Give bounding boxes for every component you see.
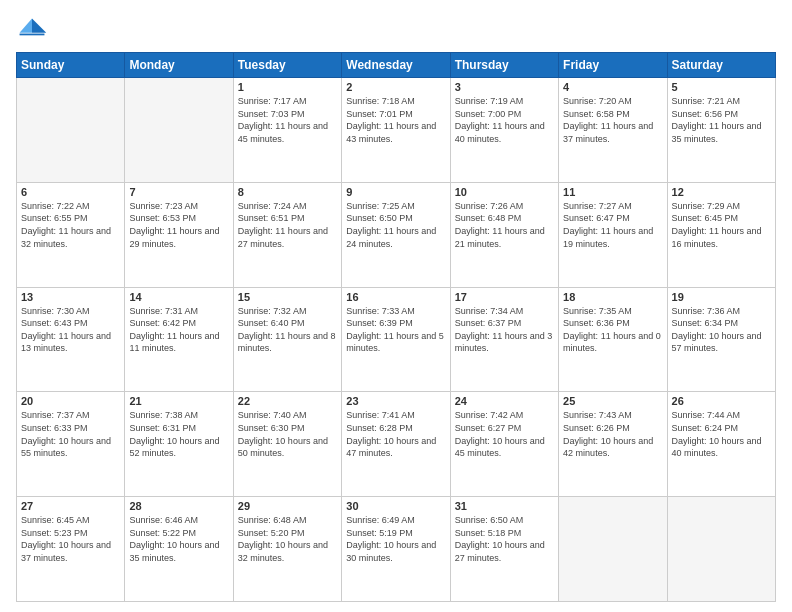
day-number: 20: [21, 395, 120, 407]
calendar-cell: 12Sunrise: 7:29 AMSunset: 6:45 PMDayligh…: [667, 182, 775, 287]
day-info: Sunrise: 7:29 AMSunset: 6:45 PMDaylight:…: [672, 200, 771, 250]
calendar-cell: [17, 78, 125, 183]
day-number: 29: [238, 500, 337, 512]
day-info: Sunrise: 7:22 AMSunset: 6:55 PMDaylight:…: [21, 200, 120, 250]
calendar-cell: 28Sunrise: 6:46 AMSunset: 5:22 PMDayligh…: [125, 497, 233, 602]
weekday-header-tuesday: Tuesday: [233, 53, 341, 78]
calendar-cell: [667, 497, 775, 602]
day-info: Sunrise: 7:35 AMSunset: 6:36 PMDaylight:…: [563, 305, 662, 355]
calendar-cell: 23Sunrise: 7:41 AMSunset: 6:28 PMDayligh…: [342, 392, 450, 497]
day-info: Sunrise: 6:49 AMSunset: 5:19 PMDaylight:…: [346, 514, 445, 564]
day-info: Sunrise: 7:33 AMSunset: 6:39 PMDaylight:…: [346, 305, 445, 355]
calendar-cell: 31Sunrise: 6:50 AMSunset: 5:18 PMDayligh…: [450, 497, 558, 602]
calendar-cell: 13Sunrise: 7:30 AMSunset: 6:43 PMDayligh…: [17, 287, 125, 392]
calendar-cell: 14Sunrise: 7:31 AMSunset: 6:42 PMDayligh…: [125, 287, 233, 392]
calendar-cell: 5Sunrise: 7:21 AMSunset: 6:56 PMDaylight…: [667, 78, 775, 183]
day-info: Sunrise: 6:50 AMSunset: 5:18 PMDaylight:…: [455, 514, 554, 564]
logo: [16, 16, 52, 44]
calendar-cell: 22Sunrise: 7:40 AMSunset: 6:30 PMDayligh…: [233, 392, 341, 497]
day-number: 13: [21, 291, 120, 303]
header: [16, 16, 776, 44]
calendar-cell: [559, 497, 667, 602]
calendar-cell: 7Sunrise: 7:23 AMSunset: 6:53 PMDaylight…: [125, 182, 233, 287]
day-number: 16: [346, 291, 445, 303]
day-number: 4: [563, 81, 662, 93]
logo-icon: [16, 16, 48, 44]
page: SundayMondayTuesdayWednesdayThursdayFrid…: [0, 0, 792, 612]
day-info: Sunrise: 7:43 AMSunset: 6:26 PMDaylight:…: [563, 409, 662, 459]
day-info: Sunrise: 7:17 AMSunset: 7:03 PMDaylight:…: [238, 95, 337, 145]
calendar-cell: 27Sunrise: 6:45 AMSunset: 5:23 PMDayligh…: [17, 497, 125, 602]
day-number: 15: [238, 291, 337, 303]
day-number: 6: [21, 186, 120, 198]
day-number: 21: [129, 395, 228, 407]
day-info: Sunrise: 7:38 AMSunset: 6:31 PMDaylight:…: [129, 409, 228, 459]
weekday-header-wednesday: Wednesday: [342, 53, 450, 78]
calendar-cell: 18Sunrise: 7:35 AMSunset: 6:36 PMDayligh…: [559, 287, 667, 392]
day-info: Sunrise: 6:48 AMSunset: 5:20 PMDaylight:…: [238, 514, 337, 564]
weekday-header-thursday: Thursday: [450, 53, 558, 78]
weekday-header-monday: Monday: [125, 53, 233, 78]
day-info: Sunrise: 7:36 AMSunset: 6:34 PMDaylight:…: [672, 305, 771, 355]
day-number: 8: [238, 186, 337, 198]
calendar-cell: 25Sunrise: 7:43 AMSunset: 6:26 PMDayligh…: [559, 392, 667, 497]
week-row-5: 27Sunrise: 6:45 AMSunset: 5:23 PMDayligh…: [17, 497, 776, 602]
day-info: Sunrise: 7:18 AMSunset: 7:01 PMDaylight:…: [346, 95, 445, 145]
calendar-cell: 10Sunrise: 7:26 AMSunset: 6:48 PMDayligh…: [450, 182, 558, 287]
calendar-cell: [125, 78, 233, 183]
week-row-1: 1Sunrise: 7:17 AMSunset: 7:03 PMDaylight…: [17, 78, 776, 183]
day-info: Sunrise: 7:26 AMSunset: 6:48 PMDaylight:…: [455, 200, 554, 250]
day-info: Sunrise: 7:21 AMSunset: 6:56 PMDaylight:…: [672, 95, 771, 145]
week-row-2: 6Sunrise: 7:22 AMSunset: 6:55 PMDaylight…: [17, 182, 776, 287]
calendar-cell: 9Sunrise: 7:25 AMSunset: 6:50 PMDaylight…: [342, 182, 450, 287]
day-info: Sunrise: 7:23 AMSunset: 6:53 PMDaylight:…: [129, 200, 228, 250]
day-number: 24: [455, 395, 554, 407]
calendar-cell: 21Sunrise: 7:38 AMSunset: 6:31 PMDayligh…: [125, 392, 233, 497]
day-number: 1: [238, 81, 337, 93]
calendar-cell: 15Sunrise: 7:32 AMSunset: 6:40 PMDayligh…: [233, 287, 341, 392]
day-number: 2: [346, 81, 445, 93]
day-info: Sunrise: 7:19 AMSunset: 7:00 PMDaylight:…: [455, 95, 554, 145]
day-info: Sunrise: 7:32 AMSunset: 6:40 PMDaylight:…: [238, 305, 337, 355]
calendar-cell: 30Sunrise: 6:49 AMSunset: 5:19 PMDayligh…: [342, 497, 450, 602]
day-number: 23: [346, 395, 445, 407]
day-number: 17: [455, 291, 554, 303]
day-number: 28: [129, 500, 228, 512]
day-info: Sunrise: 6:45 AMSunset: 5:23 PMDaylight:…: [21, 514, 120, 564]
calendar-cell: 1Sunrise: 7:17 AMSunset: 7:03 PMDaylight…: [233, 78, 341, 183]
day-info: Sunrise: 7:34 AMSunset: 6:37 PMDaylight:…: [455, 305, 554, 355]
weekday-header-saturday: Saturday: [667, 53, 775, 78]
day-info: Sunrise: 7:40 AMSunset: 6:30 PMDaylight:…: [238, 409, 337, 459]
day-number: 11: [563, 186, 662, 198]
calendar-cell: 24Sunrise: 7:42 AMSunset: 6:27 PMDayligh…: [450, 392, 558, 497]
weekday-header-friday: Friday: [559, 53, 667, 78]
day-number: 30: [346, 500, 445, 512]
day-info: Sunrise: 7:27 AMSunset: 6:47 PMDaylight:…: [563, 200, 662, 250]
day-number: 14: [129, 291, 228, 303]
svg-rect-2: [20, 34, 45, 36]
week-row-4: 20Sunrise: 7:37 AMSunset: 6:33 PMDayligh…: [17, 392, 776, 497]
day-number: 19: [672, 291, 771, 303]
svg-marker-1: [20, 18, 32, 32]
day-info: Sunrise: 7:25 AMSunset: 6:50 PMDaylight:…: [346, 200, 445, 250]
day-info: Sunrise: 7:41 AMSunset: 6:28 PMDaylight:…: [346, 409, 445, 459]
week-row-3: 13Sunrise: 7:30 AMSunset: 6:43 PMDayligh…: [17, 287, 776, 392]
calendar-cell: 8Sunrise: 7:24 AMSunset: 6:51 PMDaylight…: [233, 182, 341, 287]
calendar-cell: 17Sunrise: 7:34 AMSunset: 6:37 PMDayligh…: [450, 287, 558, 392]
calendar-cell: 19Sunrise: 7:36 AMSunset: 6:34 PMDayligh…: [667, 287, 775, 392]
calendar-cell: 4Sunrise: 7:20 AMSunset: 6:58 PMDaylight…: [559, 78, 667, 183]
calendar-cell: 3Sunrise: 7:19 AMSunset: 7:00 PMDaylight…: [450, 78, 558, 183]
calendar-cell: 20Sunrise: 7:37 AMSunset: 6:33 PMDayligh…: [17, 392, 125, 497]
calendar-cell: 29Sunrise: 6:48 AMSunset: 5:20 PMDayligh…: [233, 497, 341, 602]
day-number: 3: [455, 81, 554, 93]
day-number: 10: [455, 186, 554, 198]
calendar-cell: 16Sunrise: 7:33 AMSunset: 6:39 PMDayligh…: [342, 287, 450, 392]
svg-marker-0: [32, 18, 46, 32]
weekday-header-sunday: Sunday: [17, 53, 125, 78]
calendar-cell: 11Sunrise: 7:27 AMSunset: 6:47 PMDayligh…: [559, 182, 667, 287]
day-number: 7: [129, 186, 228, 198]
day-info: Sunrise: 6:46 AMSunset: 5:22 PMDaylight:…: [129, 514, 228, 564]
calendar-table: SundayMondayTuesdayWednesdayThursdayFrid…: [16, 52, 776, 602]
day-info: Sunrise: 7:42 AMSunset: 6:27 PMDaylight:…: [455, 409, 554, 459]
day-number: 18: [563, 291, 662, 303]
